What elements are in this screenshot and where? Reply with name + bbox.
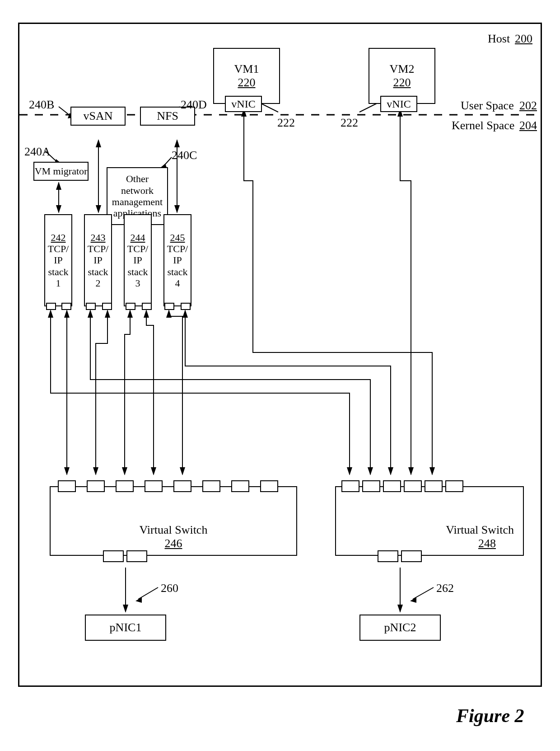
stack2-num: 243: [91, 232, 106, 243]
stack3-port-left: [126, 303, 135, 310]
vswitch2-p3: [383, 480, 401, 492]
stack2-label: TCP/ IP stack 2: [88, 243, 108, 289]
stack1-num: 242: [51, 232, 66, 243]
vm-migrator-leader-240A: 240A: [24, 145, 51, 159]
vswitch1-p4: [145, 480, 163, 492]
stack4-num: 245: [170, 232, 185, 243]
pnic2-leader-262: 262: [436, 581, 454, 595]
user-space-num: 202: [519, 99, 537, 113]
vm2-leader-222: 222: [341, 116, 358, 130]
stack4-label: TCP/ IP stack 4: [167, 243, 188, 289]
vm2-label: VM2: [390, 62, 415, 76]
vm-migrator-box: VM migrator: [33, 162, 89, 181]
pnic1-leader-260: 260: [161, 581, 178, 595]
stack4-box: 245 TCP/ IP stack 4: [163, 214, 191, 306]
vswitch1-p1: [58, 480, 76, 492]
vswitch1-p2: [87, 480, 105, 492]
host-num: 200: [515, 32, 532, 46]
vm1-leader-222: 222: [277, 116, 295, 130]
stack1-port-left: [46, 303, 56, 310]
vm1-label: VM1: [234, 62, 259, 76]
stack3-box: 244 TCP/ IP stack 3: [124, 214, 152, 306]
vswitch1-uplink2: [126, 550, 147, 562]
user-space-label: User Space: [461, 99, 514, 113]
vswitch2-p5: [425, 480, 443, 492]
vm1-vnic: vNIC: [225, 96, 262, 112]
vswitch2-label: Virtual Switch: [446, 523, 514, 537]
vswitch1-box: Virtual Switch 246: [50, 486, 297, 556]
pnic2-box: pNIC2: [359, 615, 441, 641]
stack2-port-right: [102, 303, 112, 310]
vsan-leader-240B: 240B: [29, 98, 54, 112]
stack1-label: TCP/ IP stack 1: [48, 243, 69, 289]
vm2-vnic: vNIC: [380, 96, 417, 112]
other-apps-leader-240C: 240C: [172, 148, 197, 162]
vswitch2-p4: [404, 480, 422, 492]
stack3-label: TCP/ IP stack 3: [127, 243, 148, 289]
nfs-leader-240D: 240D: [181, 98, 207, 112]
stack2-box: 243 TCP/ IP stack 2: [84, 214, 112, 306]
vswitch1-p3: [116, 480, 134, 492]
stack4-port-right: [181, 303, 191, 310]
stack2-port-left: [86, 303, 96, 310]
vswitch2-uplink2: [401, 550, 422, 562]
vsan-box: vSAN: [70, 107, 126, 126]
vswitch2-p1: [341, 480, 359, 492]
stack3-port-right: [142, 303, 152, 310]
vm2-num: 220: [393, 76, 411, 89]
vswitch2-p6: [445, 480, 463, 492]
figure-caption: Figure 2: [456, 705, 524, 727]
vswitch1-uplink1: [103, 550, 124, 562]
vm1-num: 220: [238, 76, 256, 89]
vswitch1-p5: [173, 480, 191, 492]
vswitch1-p7: [231, 480, 249, 492]
vswitch1-p8: [260, 480, 278, 492]
vswitch2-p2: [362, 480, 380, 492]
stack1-port-right: [61, 303, 71, 310]
kernel-space-num: 204: [519, 118, 537, 132]
vswitch1-num: 246: [165, 537, 182, 550]
vswitch1-p6: [202, 480, 220, 492]
stack3-num: 244: [131, 232, 145, 243]
vswitch2-uplink1: [378, 550, 398, 562]
host-label: Host: [488, 32, 510, 46]
pnic1-box: pNIC1: [85, 615, 166, 641]
vswitch1-label: Virtual Switch: [140, 523, 208, 537]
stack1-box: 242 TCP/ IP stack 1: [44, 214, 72, 306]
stack4-port-left: [164, 303, 174, 310]
vswitch2-num: 248: [478, 537, 514, 550]
vswitch2-box: Virtual Switch 248: [335, 486, 524, 556]
kernel-space-label: Kernel Space: [452, 118, 514, 132]
